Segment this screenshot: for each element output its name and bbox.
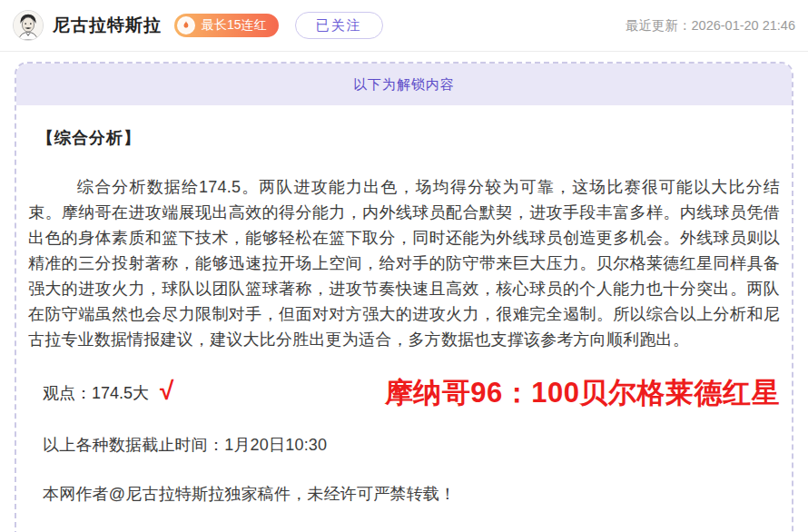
analysis-paragraph: 综合分析数据给174.5。两队进攻能力出色，场均得分较为可靠，这场比赛很可能以大… — [28, 174, 780, 352]
unlock-banner: 以下为解锁内容 — [16, 64, 792, 105]
followed-button[interactable]: 已关注 — [295, 12, 383, 39]
viewpoint-row: 观点：174.5大 √ 摩纳哥96：100贝尔格莱德红星 — [28, 374, 780, 412]
viewpoint-left: 观点：174.5大 √ — [43, 380, 173, 406]
tesla-portrait-icon — [14, 11, 43, 40]
unlocked-content-box: 以下为解锁内容 【综合分析】 综合分析数据给174.5。两队进攻能力出色，场均得… — [15, 62, 793, 532]
viewpoint-label: 观点：174.5大 — [43, 382, 149, 404]
data-cutoff-line: 以上各种数据截止时间：1月20日10:30 — [28, 434, 780, 456]
page: 尼古拉特斯拉 最长15连红 已关注 最近更新：2026-01-20 21:46 … — [0, 0, 808, 532]
author-header: 尼古拉特斯拉 最长15连红 已关注 最近更新：2026-01-20 21:46 — [0, 0, 808, 52]
copyright-line: 本网作者@尼古拉特斯拉独家稿件，未经许可严禁转载！ — [28, 483, 780, 505]
streak-badge-label: 最长15连红 — [202, 17, 267, 34]
streak-badge: 最长15连红 — [174, 14, 279, 37]
final-score-text: 摩纳哥96：100贝尔格莱德红星 — [385, 376, 780, 409]
section-title: 【综合分析】 — [28, 127, 780, 149]
author-name: 尼古拉特斯拉 — [53, 14, 162, 37]
flame-icon — [177, 16, 195, 34]
content-area: 以下为解锁内容 【综合分析】 综合分析数据给174.5。两队进攻能力出色，场均得… — [0, 52, 808, 532]
analysis-body: 【综合分析】 综合分析数据给174.5。两队进攻能力出色，场均得分较为可靠，这场… — [16, 105, 792, 532]
author-avatar[interactable] — [13, 10, 44, 41]
last-update-time: 最近更新：2026-01-20 21:46 — [626, 17, 797, 34]
checkmark-icon: √ — [160, 379, 173, 404]
